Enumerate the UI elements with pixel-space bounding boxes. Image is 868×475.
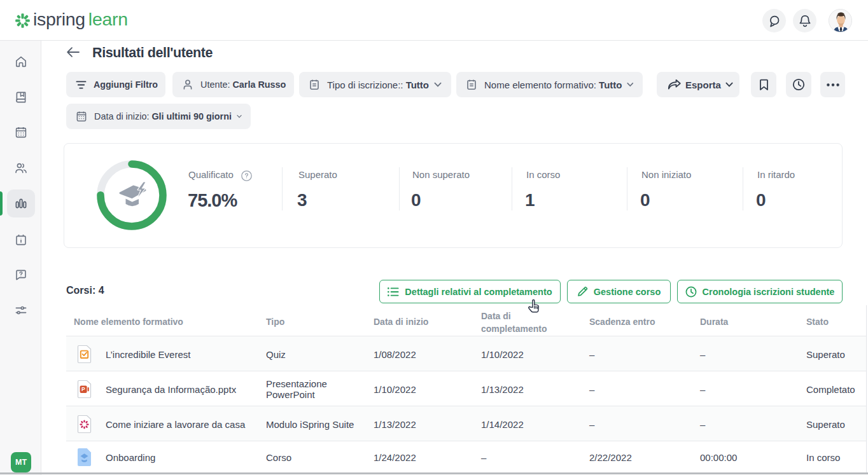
svg-text:P: P [81,386,85,392]
